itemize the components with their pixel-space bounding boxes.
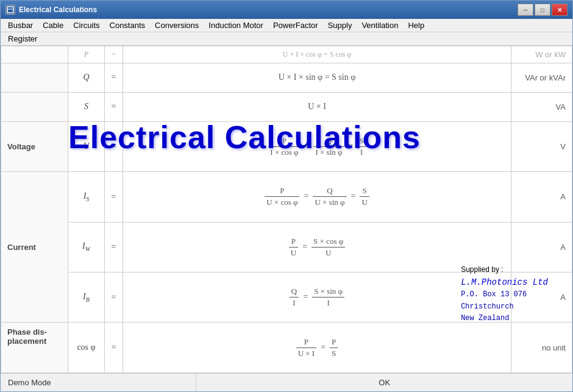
symbol-voltage: U <box>68 121 105 171</box>
supplier-company: L.M.Photonics Ltd <box>461 276 548 289</box>
status-demo-mode: Demo Mode <box>1 374 196 391</box>
unit-phase: no unit <box>511 323 572 373</box>
symbol-is: IS <box>68 172 105 222</box>
formula-iw: PU = S × cos φU <box>123 222 511 272</box>
unit-voltage: V <box>511 121 572 171</box>
formula-voltage: PI × cos φ = QI × sin φ = SI <box>123 121 511 171</box>
menu-busbar[interactable]: Busbar <box>3 20 38 31</box>
minimize-button[interactable]: ─ <box>518 4 533 16</box>
menu-help[interactable]: Help <box>403 20 429 31</box>
menu-register[interactable]: Register <box>3 33 42 45</box>
menu-circuits[interactable]: Circuits <box>68 20 104 31</box>
formula-q: U × I × sin φ = S sin φ <box>123 63 511 93</box>
eq-iw: = <box>105 222 123 272</box>
status-ok[interactable]: OK <box>196 374 572 391</box>
svg-rect-0 <box>7 7 13 13</box>
menu-ventilation[interactable]: Ventilation <box>357 20 403 31</box>
symbol-cell-partial: P <box>68 46 105 63</box>
menu-powerfactor[interactable]: PowerFactor <box>268 20 323 31</box>
label-q <box>1 63 68 93</box>
menu-induction-motor[interactable]: Induction Motor <box>204 20 268 31</box>
table-row-s: S = U × I VA <box>1 92 572 121</box>
label-s <box>1 92 68 121</box>
label-current: Current <box>1 172 68 323</box>
formula-cell-partial: U × I × cos φ = S cos φ <box>123 46 511 63</box>
app-icon <box>5 5 15 15</box>
supplier-address1: P.O. Box 13 076 <box>461 289 548 301</box>
formula-is: PU × cos φ = QU × sin φ = SU <box>123 172 511 222</box>
table-row-partial: P = U × I × cos φ = S cos φ W or kW <box>1 46 572 63</box>
symbol-iw: IW <box>68 222 105 272</box>
menu-cable[interactable]: Cable <box>38 20 68 31</box>
label-phase: Phase dis­placement <box>1 323 68 373</box>
content-area: Electrical Calculations Supplied by : L.… <box>1 46 572 373</box>
symbol-ib: IB <box>68 273 105 323</box>
eq-is: = <box>105 172 123 222</box>
symbol-q: Q <box>68 63 105 93</box>
eq-voltage: = <box>105 121 123 171</box>
formula-ib: QI = S × sin φI <box>123 273 511 323</box>
window-title: Electrical Calculations <box>19 5 518 14</box>
menu-supply[interactable]: Supply <box>323 20 357 31</box>
supplier-label: Supplied by : <box>461 264 548 276</box>
unit-cell-partial: W or kW <box>511 46 572 63</box>
unit-q: VAr or kVAr <box>511 63 572 93</box>
eq-ib: = <box>105 273 123 323</box>
table-row-q: Q = U × I × sin φ = S sin φ VAr or kVAr <box>1 63 572 93</box>
table-row-current-is: Current IS = PU × cos φ = QU × sin φ = S… <box>1 172 572 222</box>
menu-bar-row1: Busbar Cable Circuits Constants Conversi… <box>1 19 572 32</box>
table-row-phase: Phase dis­placement cos φ = PU × I = PS … <box>1 323 572 373</box>
supplier-city: Christchurch <box>461 301 548 313</box>
menu-bar-row2: Register <box>1 32 572 46</box>
table-row-voltage: Voltage U = PI × cos φ = QI × sin φ = SI… <box>1 121 572 171</box>
unit-is: A <box>511 172 572 222</box>
restore-button[interactable]: □ <box>535 4 550 16</box>
symbol-phase: cos φ <box>68 323 105 373</box>
supplier-info: Supplied by : L.M.Photonics Ltd P.O. Box… <box>461 264 548 324</box>
label-cell-partial <box>1 46 68 63</box>
unit-s: VA <box>511 92 572 121</box>
formula-s: U × I <box>123 92 511 121</box>
eq-phase: = <box>105 323 123 373</box>
close-button[interactable]: ✕ <box>552 4 568 16</box>
status-bar: Demo Mode OK <box>1 373 572 391</box>
supplier-country: New Zealand <box>461 313 548 324</box>
menu-constants[interactable]: Constants <box>105 20 151 31</box>
formula-phase: PU × I = PS <box>123 323 511 373</box>
eq-cell-partial: = <box>105 46 123 63</box>
eq-s: = <box>105 92 123 121</box>
title-bar: Electrical Calculations ─ □ ✕ <box>1 1 572 19</box>
eq-q: = <box>105 63 123 93</box>
label-voltage: Voltage <box>1 121 68 171</box>
symbol-s: S <box>68 92 105 121</box>
window-controls: ─ □ ✕ <box>518 4 568 16</box>
menu-conversions[interactable]: Conversions <box>150 20 204 31</box>
main-window: Electrical Calculations ─ □ ✕ Busbar Cab… <box>0 0 573 392</box>
